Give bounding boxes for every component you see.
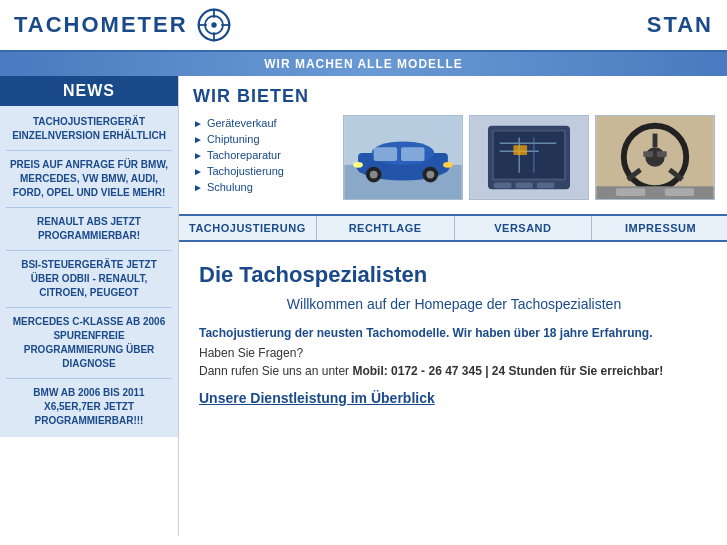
banner-text: WIR MACHEN ALLE MODELLE xyxy=(264,57,463,71)
main-body-contact: Dann rufen Sie uns an unter Mobil: 0172 … xyxy=(199,364,709,378)
main-body-question: Haben Sie Fragen? xyxy=(199,346,709,360)
main-layout: NEWS TACHOJUSTIERGERÄT EINZELNVERSION ER… xyxy=(0,76,727,536)
sidebar-item-item4[interactable]: BSI-STEUERGERÄTE JETZT ÜBER ODBII - RENA… xyxy=(0,253,178,305)
arrow-icon: ► xyxy=(193,134,203,145)
sidebar-item-item1[interactable]: TACHOJUSTIERGERÄT EINZELNVERSION ERHÄLTL… xyxy=(0,110,178,148)
steering-wheel-image xyxy=(595,115,715,200)
wir-bieten-item: ► Schulung xyxy=(193,179,333,195)
wir-bieten-item: ► Tachojustierung xyxy=(193,163,333,179)
arrow-icon: ► xyxy=(193,118,203,129)
sidebar-item-item3[interactable]: RENAULT ABS JETZT PROGRAMMIERBAR! xyxy=(0,210,178,248)
svg-point-19 xyxy=(443,162,453,168)
sidebar-item-item6[interactable]: BMW AB 2006 BIS 2011 X6,5ER,7ER JETZT PR… xyxy=(0,381,178,433)
main-text-area: Die Tachospezialisten Willkommen auf der… xyxy=(179,246,727,416)
car-image-1 xyxy=(343,115,463,200)
sidebar: NEWS TACHOJUSTIERGERÄT EINZELNVERSION ER… xyxy=(0,76,178,536)
site-title: TACHOMETER xyxy=(14,12,188,38)
wir-bieten-section: WIR BIETEN ► Geräteverkauf► Chiptuning► … xyxy=(179,76,727,210)
nav-tab-tab2[interactable]: RECHTLAGE xyxy=(317,216,455,240)
sidebar-news-list: TACHOJUSTIERGERÄT EINZELNVERSION ERHÄLTL… xyxy=(0,106,178,437)
main-body-bold: Tachojustierung der neusten Tachomodelle… xyxy=(199,326,709,340)
svg-point-15 xyxy=(370,171,378,179)
arrow-icon: ► xyxy=(193,182,203,193)
contact-prefix: Dann rufen Sie uns an unter xyxy=(199,364,352,378)
svg-rect-23 xyxy=(494,132,564,179)
svg-rect-12 xyxy=(374,147,397,161)
svg-rect-13 xyxy=(401,147,424,161)
wir-bieten-inner: ► Geräteverkauf► Chiptuning► Tachorepara… xyxy=(193,115,715,200)
arrow-icon: ► xyxy=(193,150,203,161)
svg-rect-42 xyxy=(616,188,645,196)
arrow-icon: ► xyxy=(193,166,203,177)
svg-point-2 xyxy=(211,22,216,27)
svg-rect-30 xyxy=(515,182,533,188)
wir-bieten-item: ► Geräteverkauf xyxy=(193,115,333,131)
wir-bieten-images xyxy=(343,115,715,200)
svg-rect-41 xyxy=(596,186,713,199)
banner: WIR MACHEN ALLE MODELLE xyxy=(0,52,727,76)
sidebar-item-item5[interactable]: MERCEDES C-KLASSE AB 2006 SPURENFREIE PR… xyxy=(0,310,178,376)
svg-rect-39 xyxy=(643,151,653,157)
nav-tab-tab4[interactable]: IMPRESSUM xyxy=(592,216,727,240)
logo-area: TACHOMETER xyxy=(14,7,232,43)
svg-rect-43 xyxy=(665,188,694,196)
svg-rect-29 xyxy=(494,182,512,188)
content-area: WIR BIETEN ► Geräteverkauf► Chiptuning► … xyxy=(178,76,727,536)
sidebar-item-item2[interactable]: PREIS AUF ANFRAGE FÜR BMW, MERCEDES, VW … xyxy=(0,153,178,205)
wir-bieten-item: ► Tachoreparatur xyxy=(193,147,333,163)
contact-bold: Mobil: 0172 - 26 47 345 | 24 Stunden für… xyxy=(352,364,663,378)
wir-bieten-list: ► Geräteverkauf► Chiptuning► Tachorepara… xyxy=(193,115,333,195)
main-subheading: Willkommen auf der Homepage der Tachospe… xyxy=(199,296,709,312)
nav-tab-tab1[interactable]: TACHOJUSTIERUNG xyxy=(179,216,317,240)
sidebar-news-header: NEWS xyxy=(0,76,178,106)
svg-point-17 xyxy=(426,171,434,179)
target-icon xyxy=(196,7,232,43)
page-header: TACHOMETER STAN xyxy=(0,0,727,52)
svg-rect-40 xyxy=(657,151,667,157)
main-heading: Die Tachospezialisten xyxy=(199,262,709,288)
main-dienstleistung-link[interactable]: Unsere Dienstleistung im Überblick xyxy=(199,390,709,406)
header-right-text: STAN xyxy=(647,12,713,38)
nav-tab-tab3[interactable]: VERSAND xyxy=(455,216,593,240)
svg-rect-31 xyxy=(537,182,555,188)
wir-bieten-title: WIR BIETEN xyxy=(193,86,715,107)
nav-tabs: TACHOJUSTIERUNGRECHTLAGEVERSANDIMPRESSUM xyxy=(179,214,727,242)
svg-point-18 xyxy=(353,162,363,168)
svg-rect-28 xyxy=(513,145,527,155)
wir-bieten-item: ► Chiptuning xyxy=(193,131,333,147)
nav-device-image xyxy=(469,115,589,200)
